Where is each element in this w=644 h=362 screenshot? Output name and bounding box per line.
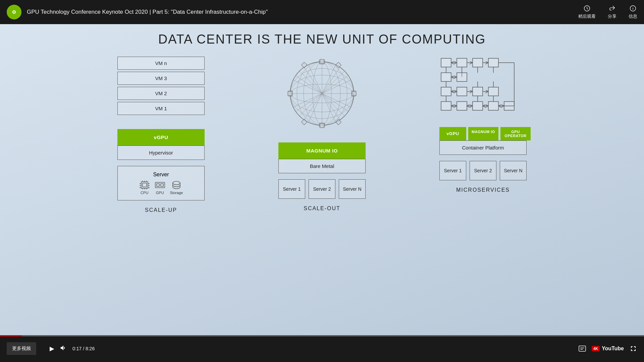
share-action[interactable]: 分享 bbox=[608, 5, 616, 19]
svg-rect-52 bbox=[320, 59, 324, 63]
volume-button[interactable] bbox=[60, 344, 67, 353]
storage-icon-item: Storage bbox=[170, 180, 183, 195]
svg-rect-51 bbox=[320, 124, 324, 128]
info-action[interactable]: 信息 bbox=[629, 5, 637, 19]
network-diagram bbox=[439, 57, 527, 127]
top-bar: GPU Technology Conference Keynote Oct 20… bbox=[0, 0, 644, 24]
svg-rect-29 bbox=[302, 62, 307, 68]
gpu-icon-item: GPU bbox=[155, 180, 165, 195]
control-bar: ▶ 0:17 / 8:26 bbox=[50, 344, 95, 353]
svg-rect-55 bbox=[441, 58, 451, 67]
magnum-io-ms-button: MAGNUM IO bbox=[468, 127, 498, 140]
container-platform-box: Container Platform bbox=[439, 140, 527, 155]
magnum-io-button: MAGNUM IO bbox=[278, 142, 366, 159]
center-column: MAGNUM IO Bare Metal Server 1 Server 2 S… bbox=[255, 57, 389, 213]
svg-rect-68 bbox=[457, 73, 467, 81]
scale-up-label: SCALE-UP bbox=[145, 207, 177, 213]
progress-bar-fill bbox=[0, 335, 22, 337]
bare-metal-box: Bare Metal bbox=[278, 159, 366, 173]
svg-rect-76 bbox=[473, 87, 483, 96]
svg-rect-5 bbox=[143, 183, 147, 187]
sphere-container bbox=[285, 57, 359, 130]
video-title: GPU Technology Conference Keynote Oct 20… bbox=[27, 9, 573, 15]
svg-rect-61 bbox=[488, 58, 498, 67]
server2-box: Server 2 bbox=[309, 179, 335, 199]
svg-rect-54 bbox=[288, 92, 292, 96]
microservices-green-row: vGPU MAGNUM IO GPU OPERATOR bbox=[439, 127, 527, 140]
serverN-box: Server N bbox=[339, 179, 366, 199]
svg-rect-94 bbox=[579, 346, 586, 351]
svg-point-1 bbox=[13, 11, 15, 13]
columns-area: VM n VM 3 VM 2 VM 1 vGPU Hypervisor Serv… bbox=[0, 57, 644, 213]
server2-ms-box: Server 2 bbox=[470, 161, 496, 180]
svg-rect-86 bbox=[473, 102, 483, 110]
server-icons: CPU GPU bbox=[139, 180, 183, 195]
vgpu-row: vGPU bbox=[117, 129, 205, 145]
svg-rect-84 bbox=[457, 102, 467, 110]
vm-2-box: VM 2 bbox=[117, 87, 205, 100]
network-diagram-svg bbox=[439, 57, 527, 127]
svg-rect-78 bbox=[488, 87, 498, 96]
server1-ms-box: Server 1 bbox=[439, 161, 466, 180]
svg-rect-19 bbox=[157, 184, 159, 186]
watch-later-action[interactable]: 稍后观看 bbox=[578, 5, 596, 19]
microservices-label: MICROSERVICES bbox=[456, 187, 510, 193]
vm-n-box: VM n bbox=[117, 57, 205, 70]
youtube-logo: 4K YouTube bbox=[592, 346, 624, 352]
svg-point-21 bbox=[173, 181, 180, 185]
svg-rect-66 bbox=[441, 73, 451, 81]
svg-rect-53 bbox=[352, 92, 356, 96]
svg-rect-30 bbox=[336, 119, 341, 125]
server-3-row: Server 1 Server 2 Server N bbox=[278, 179, 366, 199]
svg-rect-20 bbox=[161, 184, 163, 186]
gpu-operator-button: GPU OPERATOR bbox=[500, 127, 531, 140]
svg-rect-72 bbox=[441, 87, 451, 96]
vgpu-button: vGPU bbox=[117, 129, 205, 145]
progress-bar-container[interactable] bbox=[0, 335, 644, 337]
server-single-row: Server CPU bbox=[117, 166, 205, 200]
microservices-column: vGPU MAGNUM IO GPU OPERATOR Container Pl… bbox=[416, 57, 550, 213]
sphere-diagram bbox=[287, 58, 357, 129]
server-ms-row: Server 1 Server 2 Server N bbox=[439, 161, 527, 180]
vm-3-box: VM 3 bbox=[117, 72, 205, 85]
svg-rect-59 bbox=[473, 58, 483, 67]
serverN-ms-box: Server N bbox=[500, 161, 527, 180]
svg-rect-88 bbox=[488, 102, 498, 110]
server-single-box: Server CPU bbox=[117, 166, 205, 200]
svg-rect-4 bbox=[141, 182, 148, 188]
time-display: 0:17 / 8:26 bbox=[72, 346, 95, 351]
more-videos-button[interactable]: 更多视频 bbox=[7, 342, 36, 355]
nvidia-logo bbox=[7, 5, 21, 19]
magnum-io-row: MAGNUM IO bbox=[278, 142, 366, 159]
hypervisor-box: Hypervisor bbox=[117, 145, 205, 160]
top-actions: 稍后观看 分享 信息 bbox=[578, 5, 637, 19]
subtitles-icon[interactable] bbox=[578, 345, 586, 353]
vm-1-box: VM 1 bbox=[117, 102, 205, 115]
svg-rect-82 bbox=[441, 102, 451, 110]
scale-up-column: VM n VM 3 VM 2 VM 1 vGPU Hypervisor Serv… bbox=[94, 57, 228, 213]
svg-rect-28 bbox=[336, 62, 341, 68]
scale-out-label: SCALE-OUT bbox=[304, 205, 340, 212]
svg-rect-57 bbox=[457, 58, 467, 67]
server1-box: Server 1 bbox=[278, 179, 305, 199]
4k-badge: 4K bbox=[592, 346, 600, 351]
cpu-icon-item: CPU bbox=[139, 180, 150, 195]
right-controls: 4K YouTube bbox=[578, 345, 637, 353]
fullscreen-icon[interactable] bbox=[629, 345, 637, 353]
youtube-text: YouTube bbox=[602, 346, 624, 352]
main-title: DATA CENTER IS THE NEW UNIT OF COMPUTING bbox=[158, 32, 486, 47]
vm-stack: VM n VM 3 VM 2 VM 1 bbox=[117, 57, 205, 117]
content-area: DATA CENTER IS THE NEW UNIT OF COMPUTING… bbox=[0, 24, 644, 335]
play-button[interactable]: ▶ bbox=[50, 345, 54, 352]
bottom-bar: 更多视频 ▶ 0:17 / 8:26 4K YouTube bbox=[0, 335, 644, 362]
svg-rect-31 bbox=[302, 119, 307, 125]
server-label: Server bbox=[153, 172, 169, 178]
svg-rect-74 bbox=[457, 87, 467, 96]
vgpu-ms-button: vGPU bbox=[439, 127, 466, 140]
